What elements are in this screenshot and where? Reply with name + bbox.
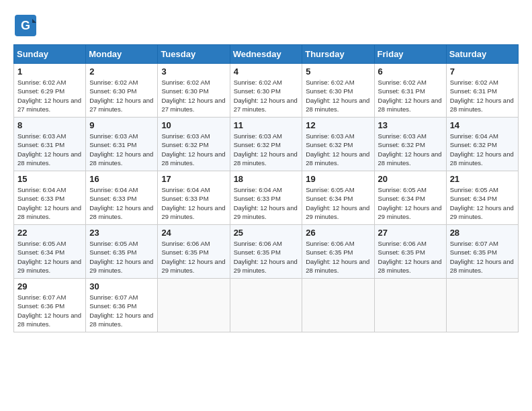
calendar-cell: 22Sunrise: 6:05 AM Sunset: 6:34 PM Dayli… — [14, 225, 86, 279]
calendar-cell: 26Sunrise: 6:06 AM Sunset: 6:35 PM Dayli… — [302, 225, 374, 279]
day-number: 9 — [89, 120, 154, 130]
weekday-wednesday: Wednesday — [230, 45, 302, 64]
weekday-saturday: Saturday — [446, 45, 518, 64]
day-number: 17 — [161, 174, 226, 184]
day-number: 18 — [234, 174, 299, 184]
day-info: Sunrise: 6:07 AM Sunset: 6:36 PM Dayligh… — [17, 293, 82, 328]
day-number: 23 — [89, 228, 154, 238]
day-info: Sunrise: 6:04 AM Sunset: 6:32 PM Dayligh… — [450, 132, 515, 167]
day-info: Sunrise: 6:05 AM Sunset: 6:34 PM Dayligh… — [17, 239, 82, 275]
day-number: 19 — [306, 174, 370, 184]
calendar-cell: 15Sunrise: 6:04 AM Sunset: 6:33 PM Dayli… — [14, 171, 86, 225]
day-info: Sunrise: 6:07 AM Sunset: 6:35 PM Dayligh… — [450, 239, 515, 275]
calendar-cell: 14Sunrise: 6:04 AM Sunset: 6:32 PM Dayli… — [446, 118, 518, 171]
calendar-cell — [374, 279, 446, 332]
day-info: Sunrise: 6:02 AM Sunset: 6:29 PM Dayligh… — [17, 78, 82, 113]
calendar-cell: 27Sunrise: 6:06 AM Sunset: 6:35 PM Dayli… — [374, 225, 446, 279]
calendar-week-row: 15Sunrise: 6:04 AM Sunset: 6:33 PM Dayli… — [14, 171, 519, 225]
weekday-header-row: SundayMondayTuesdayWednesdayThursdayFrid… — [14, 45, 519, 64]
day-info: Sunrise: 6:04 AM Sunset: 6:33 PM Dayligh… — [89, 185, 154, 221]
calendar-cell: 12Sunrise: 6:03 AM Sunset: 6:32 PM Dayli… — [302, 118, 374, 171]
day-number: 13 — [378, 120, 443, 130]
calendar-cell: 25Sunrise: 6:06 AM Sunset: 6:35 PM Dayli… — [230, 225, 302, 279]
day-info: Sunrise: 6:03 AM Sunset: 6:32 PM Dayligh… — [306, 132, 370, 167]
weekday-monday: Monday — [86, 45, 158, 64]
day-number: 25 — [234, 228, 299, 238]
calendar-cell — [446, 279, 518, 332]
calendar-cell: 18Sunrise: 6:04 AM Sunset: 6:33 PM Dayli… — [230, 171, 302, 225]
calendar-cell — [230, 279, 302, 332]
calendar-body: 1Sunrise: 6:02 AM Sunset: 6:29 PM Daylig… — [14, 64, 519, 332]
calendar-cell: 28Sunrise: 6:07 AM Sunset: 6:35 PM Dayli… — [446, 225, 518, 279]
day-info: Sunrise: 6:06 AM Sunset: 6:35 PM Dayligh… — [378, 239, 443, 275]
calendar-cell: 3Sunrise: 6:02 AM Sunset: 6:30 PM Daylig… — [158, 64, 230, 118]
day-number: 12 — [306, 120, 370, 130]
weekday-tuesday: Tuesday — [158, 45, 230, 64]
day-info: Sunrise: 6:03 AM Sunset: 6:32 PM Dayligh… — [234, 132, 299, 167]
day-info: Sunrise: 6:02 AM Sunset: 6:30 PM Dayligh… — [234, 78, 299, 113]
day-number: 15 — [17, 174, 82, 184]
calendar-cell: 21Sunrise: 6:05 AM Sunset: 6:34 PM Dayli… — [446, 171, 518, 225]
weekday-thursday: Thursday — [302, 45, 374, 64]
logo: G — [13, 13, 40, 38]
day-info: Sunrise: 6:02 AM Sunset: 6:30 PM Dayligh… — [161, 78, 226, 113]
day-info: Sunrise: 6:04 AM Sunset: 6:33 PM Dayligh… — [17, 185, 82, 221]
header: G — [13, 13, 519, 38]
calendar-cell: 17Sunrise: 6:04 AM Sunset: 6:33 PM Dayli… — [158, 171, 230, 225]
day-info: Sunrise: 6:05 AM Sunset: 6:35 PM Dayligh… — [89, 239, 154, 275]
calendar-cell — [302, 279, 374, 332]
calendar-cell: 9Sunrise: 6:03 AM Sunset: 6:31 PM Daylig… — [86, 118, 158, 171]
day-info: Sunrise: 6:04 AM Sunset: 6:33 PM Dayligh… — [161, 185, 226, 221]
day-number: 1 — [17, 66, 82, 77]
day-info: Sunrise: 6:03 AM Sunset: 6:31 PM Dayligh… — [89, 132, 154, 167]
day-number: 4 — [234, 66, 299, 77]
calendar-week-row: 22Sunrise: 6:05 AM Sunset: 6:34 PM Dayli… — [14, 225, 519, 279]
day-number: 14 — [450, 120, 515, 130]
day-info: Sunrise: 6:03 AM Sunset: 6:32 PM Dayligh… — [161, 132, 226, 167]
calendar-cell: 29Sunrise: 6:07 AM Sunset: 6:36 PM Dayli… — [14, 279, 86, 332]
calendar-cell: 16Sunrise: 6:04 AM Sunset: 6:33 PM Dayli… — [86, 171, 158, 225]
day-number: 11 — [234, 120, 299, 130]
day-number: 20 — [378, 174, 443, 184]
day-info: Sunrise: 6:03 AM Sunset: 6:32 PM Dayligh… — [378, 132, 443, 167]
day-number: 29 — [17, 281, 82, 291]
day-info: Sunrise: 6:06 AM Sunset: 6:35 PM Dayligh… — [306, 239, 370, 275]
calendar-cell: 24Sunrise: 6:06 AM Sunset: 6:35 PM Dayli… — [158, 225, 230, 279]
day-number: 27 — [378, 228, 443, 238]
day-info: Sunrise: 6:05 AM Sunset: 6:34 PM Dayligh… — [450, 185, 515, 221]
day-number: 21 — [450, 174, 515, 184]
calendar-cell: 23Sunrise: 6:05 AM Sunset: 6:35 PM Dayli… — [86, 225, 158, 279]
calendar-cell: 8Sunrise: 6:03 AM Sunset: 6:31 PM Daylig… — [14, 118, 86, 171]
day-number: 7 — [450, 66, 515, 77]
day-info: Sunrise: 6:02 AM Sunset: 6:30 PM Dayligh… — [89, 78, 154, 113]
calendar-cell: 10Sunrise: 6:03 AM Sunset: 6:32 PM Dayli… — [158, 118, 230, 171]
calendar-cell: 20Sunrise: 6:05 AM Sunset: 6:34 PM Dayli… — [374, 171, 446, 225]
calendar-cell: 13Sunrise: 6:03 AM Sunset: 6:32 PM Dayli… — [374, 118, 446, 171]
day-info: Sunrise: 6:02 AM Sunset: 6:31 PM Dayligh… — [450, 78, 515, 113]
weekday-sunday: Sunday — [14, 45, 86, 64]
day-number: 6 — [378, 66, 443, 77]
day-info: Sunrise: 6:06 AM Sunset: 6:35 PM Dayligh… — [161, 239, 226, 275]
calendar-cell: 6Sunrise: 6:02 AM Sunset: 6:31 PM Daylig… — [374, 64, 446, 118]
day-number: 16 — [89, 174, 154, 184]
day-number: 5 — [306, 66, 370, 77]
calendar-week-row: 1Sunrise: 6:02 AM Sunset: 6:29 PM Daylig… — [14, 64, 519, 118]
calendar-week-row: 8Sunrise: 6:03 AM Sunset: 6:31 PM Daylig… — [14, 118, 519, 171]
day-info: Sunrise: 6:02 AM Sunset: 6:31 PM Dayligh… — [378, 78, 443, 113]
day-number: 24 — [161, 228, 226, 238]
day-info: Sunrise: 6:05 AM Sunset: 6:34 PM Dayligh… — [306, 185, 370, 221]
day-info: Sunrise: 6:02 AM Sunset: 6:30 PM Dayligh… — [306, 78, 370, 113]
calendar-week-row: 29Sunrise: 6:07 AM Sunset: 6:36 PM Dayli… — [14, 279, 519, 332]
day-info: Sunrise: 6:04 AM Sunset: 6:33 PM Dayligh… — [234, 185, 299, 221]
day-number: 30 — [89, 281, 154, 291]
weekday-friday: Friday — [374, 45, 446, 64]
calendar-cell: 5Sunrise: 6:02 AM Sunset: 6:30 PM Daylig… — [302, 64, 374, 118]
day-info: Sunrise: 6:06 AM Sunset: 6:35 PM Dayligh… — [234, 239, 299, 275]
day-number: 26 — [306, 228, 370, 238]
calendar-table: SundayMondayTuesdayWednesdayThursdayFrid… — [13, 44, 519, 332]
calendar-cell — [158, 279, 230, 332]
day-number: 10 — [161, 120, 226, 130]
calendar-cell: 11Sunrise: 6:03 AM Sunset: 6:32 PM Dayli… — [230, 118, 302, 171]
day-info: Sunrise: 6:05 AM Sunset: 6:34 PM Dayligh… — [378, 185, 443, 221]
day-number: 3 — [161, 66, 226, 77]
